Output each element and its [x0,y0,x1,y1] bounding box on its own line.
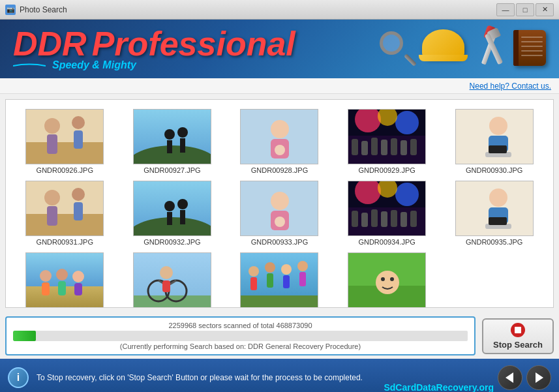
minimize-button[interactable]: — [496,3,515,16]
svg-rect-55 [361,213,368,227]
svg-rect-66 [26,253,104,307]
photo-thumbnail [240,252,318,307]
photo-cell[interactable]: GNDR00926.JPG [11,105,119,177]
brand-text: SdCardDataRecovery.org [384,382,494,392]
svg-rect-90 [299,272,306,286]
svg-rect-1 [26,142,104,164]
magnifier-icon [380,31,415,67]
svg-rect-36 [47,206,57,226]
logo-tagline: Speedy & Mighty [50,59,136,71]
photo-cell[interactable]: GNDR00931.JPG [11,177,119,249]
photo-thumbnail [133,109,211,164]
maximize-button[interactable]: □ [516,3,534,16]
nav-buttons[interactable] [498,365,551,390]
photo-thumbnail [348,252,426,307]
title-bar-left: 📷 Photo Search [5,5,67,15]
svg-point-43 [177,199,188,209]
svg-point-83 [249,266,259,277]
photo-grid-container: GNDR00926.JPGGNDR00927.JPGGNDR00928.JPGG… [5,99,554,308]
logo-ddr: DDR [13,27,87,61]
photo-cell[interactable]: GNDR00939.JPG [333,249,441,307]
photo-thumbnail [133,181,211,236]
window-controls[interactable]: — □ ✕ [496,3,554,16]
photo-thumbnail [25,109,104,164]
photo-label: GNDR00933.JPG [251,238,308,246]
svg-rect-32 [489,145,507,153]
photo-thumbnail [240,109,318,164]
svg-rect-21 [352,139,358,155]
photo-cell[interactable]: GNDR00929.JPG [333,105,441,177]
photo-cell[interactable]: GNDR00933.JPG [226,177,333,249]
svg-rect-11 [180,138,185,153]
logo-swoosh [13,63,46,67]
svg-rect-27 [410,139,417,155]
photo-cell[interactable]: GNDR00936.JPG [11,249,119,307]
banner-tools [380,29,546,68]
svg-point-8 [164,129,175,140]
svg-rect-59 [400,212,407,227]
help-link[interactable]: Need help? Contact us. [470,82,551,91]
svg-point-29 [489,117,507,135]
tools-icon [474,29,507,68]
next-button[interactable] [526,365,551,390]
help-bar: Need help? Contact us. [0,78,559,94]
photo-cell[interactable]: GNDR00937.JPG [119,249,226,307]
banner: DDR Professional Speedy & Mighty [0,20,559,78]
svg-point-35 [44,190,60,205]
window-title: Photo Search [20,5,67,14]
progress-bar-container [13,331,468,341]
svg-rect-22 [361,141,368,155]
svg-point-2 [44,118,60,134]
prev-button[interactable] [498,365,522,390]
progress-area: 2259968 sectors scanned of total 4688730… [5,313,554,359]
bottom-bar: i To Stop recovery, click on 'Stop Searc… [0,359,559,392]
svg-rect-88 [283,275,290,288]
svg-point-4 [72,116,85,129]
stop-search-button[interactable]: Stop Search [482,318,554,354]
svg-rect-26 [400,140,407,155]
svg-rect-84 [250,277,257,290]
photo-thumbnail [25,252,104,307]
svg-point-15 [275,145,285,155]
svg-point-41 [164,201,175,211]
svg-point-13 [271,120,289,138]
photo-label: GNDR00931.JPG [37,238,93,246]
photo-cell[interactable]: GNDR00935.JPG [440,177,548,249]
photo-cell[interactable]: GNDR00927.JPG [119,105,226,177]
photo-cell[interactable]: GNDR00930.JPG [440,105,548,177]
svg-rect-68 [42,282,50,295]
svg-rect-82 [241,295,318,307]
progress-box: 2259968 sectors scanned of total 4688730… [5,316,476,355]
svg-rect-56 [371,209,378,227]
photo-grid[interactable]: GNDR00926.JPGGNDR00927.JPGGNDR00928.JPGG… [6,100,553,307]
photo-cell[interactable]: GNDR00932.JPG [119,177,226,249]
svg-point-94 [381,277,385,281]
next-arrow-icon [536,372,543,383]
photo-label: GNDR00934.JPG [358,238,415,246]
svg-rect-80 [162,280,170,292]
photo-label: GNDR00932.JPG [144,238,200,246]
svg-point-71 [72,271,84,282]
svg-point-19 [395,111,419,134]
svg-rect-24 [381,140,387,155]
helmet-icon [422,29,468,68]
svg-point-95 [390,277,394,281]
title-bar: 📷 Photo Search — □ ✕ [0,0,559,20]
logo: DDR Professional Speedy & Mighty [13,27,295,71]
photo-thumbnail [25,181,104,236]
svg-rect-60 [410,211,417,227]
photo-cell[interactable]: GNDR00928.JPG [226,105,333,177]
close-button[interactable]: ✕ [536,3,554,16]
photo-cell[interactable]: GNDR00934.JPG [333,177,441,249]
svg-point-46 [271,192,289,210]
svg-point-89 [297,261,308,271]
svg-rect-9 [167,140,172,153]
photo-label: GNDR00927.JPG [144,166,200,174]
photo-cell[interactable]: GNDR00938.JPG [226,249,333,307]
svg-point-69 [56,269,68,280]
svg-rect-72 [74,283,82,295]
book-icon [513,30,546,68]
prev-arrow-icon [506,372,513,383]
svg-rect-25 [391,138,397,155]
stop-button-label: Stop Search [493,340,543,350]
